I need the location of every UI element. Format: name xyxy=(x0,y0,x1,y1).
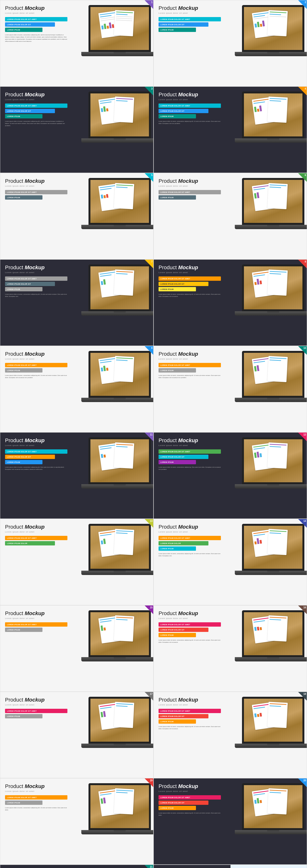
laptop-mockup-6 xyxy=(235,178,307,245)
doc-paper-6b xyxy=(267,183,287,209)
slide-title-4: Product Mockup xyxy=(159,92,221,98)
slide-title-10: Product Mockup xyxy=(159,351,221,357)
slide-title-6: Product Mockup xyxy=(159,178,221,184)
tag-1-3: LOREM IPSUM xyxy=(5,28,42,32)
tag-20-2: LOREM IPSUM DOLOR SIT xyxy=(159,801,208,805)
tag-19-2: LOREM IPSUM xyxy=(5,801,42,805)
slide-9: 9 Product Mockup Lorem ipsum dolor sit a… xyxy=(0,346,154,432)
slide-content-14: Product Mockup Lorem ipsum dolor sit ame… xyxy=(159,524,221,557)
laptop-base-17 xyxy=(81,744,154,748)
tag-16-1: LOREM IPSUM DOLOR SIT AMET xyxy=(159,622,221,627)
laptop-mockup-2 xyxy=(235,5,307,72)
slide-16: 16 Product Mockup Lorem ipsum dolor sit … xyxy=(154,605,307,692)
laptop-base-2 xyxy=(235,52,307,56)
laptop-base-4 xyxy=(235,138,307,143)
slide-title-2: Product Mockup xyxy=(159,5,221,11)
body-text-10: Lorem ipsum dolor sit amet, consectetur … xyxy=(159,374,221,379)
corner-number-20: 20 xyxy=(298,778,307,787)
laptop-screen-7 xyxy=(89,265,151,311)
laptop-screen-14 xyxy=(242,524,304,571)
tag-15-2: LOREM IPSUM xyxy=(5,628,42,632)
laptop-base-10 xyxy=(235,398,307,402)
slide-6: 6 Product Mockup Lorem ipsum dolor sit a… xyxy=(154,173,307,259)
doc-paper-13b xyxy=(114,529,134,555)
body-text-7: Lorem ipsum dolor sit amet, consectetur … xyxy=(5,293,67,298)
screen-inner-12 xyxy=(244,439,302,482)
doc-paper-10b xyxy=(267,356,287,382)
slide-7: 7 Product Mockup Lorem ipsum dolor sit a… xyxy=(0,259,154,346)
laptop-mockup-4 xyxy=(235,92,307,159)
corner-number-12: 12 xyxy=(298,433,307,441)
slide-14: 14 Product Mockup Lorem ipsum dolor sit … xyxy=(154,519,307,605)
tag-12-3: LOREM IPSUM xyxy=(159,460,196,464)
tag-8-3: LOREM IPSUM xyxy=(159,287,196,291)
tag-14-2: LOREM IPSUM DOLOR xyxy=(159,541,208,546)
corner-number-6: 6 xyxy=(298,173,307,182)
laptop-mockup-8 xyxy=(235,265,307,332)
slide-subtitle-16: Lorem ipsum dolor sit amet xyxy=(159,617,221,619)
corner-number-4: 4 xyxy=(298,87,307,95)
slide-10: 10 Product Mockup Lorem ipsum dolor sit … xyxy=(154,346,307,432)
slide-content-3: Product Mockup Lorem ipsum dolor sit ame… xyxy=(5,92,67,127)
tag-11-2: LOREM IPSUM DOLOR SIT xyxy=(5,455,55,459)
slide-19: 19 Product Mockup Lorem ipsum dolor sit … xyxy=(0,778,154,865)
laptop-screen-15 xyxy=(89,610,151,657)
corner-number-3: 3 xyxy=(145,87,153,95)
slide-content-11: Product Mockup Lorem ipsum dolor sit ame… xyxy=(5,437,67,470)
body-text-8: Lorem ipsum dolor sit amet, consectetur … xyxy=(159,293,221,298)
laptop-base-11 xyxy=(81,484,154,489)
doc-paper-14b xyxy=(267,529,287,555)
laptop-base-12 xyxy=(235,484,307,489)
slide-title-13: Product Mockup xyxy=(5,524,67,530)
laptop-mockup-11 xyxy=(81,437,154,505)
laptop-mockup-18 xyxy=(235,697,307,764)
slide-title-1: Product Mockup xyxy=(5,5,67,11)
tag-19-1: LOREM IPSUM DOLOR SIT AMET xyxy=(5,795,67,800)
slide-3: 3 Product Mockup Lorem ipsum dolor sit a… xyxy=(0,87,154,173)
slide-content-18: Product Mockup Lorem ipsum dolor sit ame… xyxy=(159,697,221,730)
slide-subtitle-10: Lorem ipsum dolor sit amet xyxy=(159,358,221,360)
tag-13-2: LOREM IPSUM DOLOR xyxy=(5,541,55,546)
slide-content-10: Product Mockup Lorem ipsum dolor sit ame… xyxy=(159,351,221,379)
laptop-mockup-13 xyxy=(81,524,154,591)
slide-title-7: Product Mockup xyxy=(5,265,67,271)
slide-title-3: Product Mockup xyxy=(5,92,67,98)
corner-number-10: 10 xyxy=(298,346,307,355)
doc-paper-11b xyxy=(114,442,134,469)
laptop-screen-9 xyxy=(89,351,151,398)
slide-content-19: Product Mockup Lorem ipsum dolor sit ame… xyxy=(5,783,67,811)
laptop-mockup-19 xyxy=(81,783,154,850)
slide-subtitle-2: Lorem ipsum dolor sit amet xyxy=(159,12,221,14)
tag-11-3: LOREM IPSUM xyxy=(5,460,42,464)
slide-title-16: Product Mockup xyxy=(159,610,221,617)
slide-title-8: Product Mockup xyxy=(159,265,221,271)
tag-2-1: LOREM IPSUM DOLOR SIT AMET xyxy=(159,17,221,21)
laptop-screen-17 xyxy=(89,697,151,744)
corner-number-18: 18 xyxy=(298,692,307,701)
slide-2: 2 Product Mockup Lorem ipsum dolor sit a… xyxy=(154,0,307,87)
slide-title-12: Product Mockup xyxy=(159,437,221,444)
body-text-11: Lorem ipsum dolor sit amet, consectetur … xyxy=(5,466,67,470)
slide-4: 4 Product Mockup Lorem ipsum dolor sit a… xyxy=(154,87,307,173)
laptop-base-19 xyxy=(81,830,154,834)
laptop-base-6 xyxy=(235,225,307,229)
laptop-screen-19 xyxy=(89,783,151,830)
laptop-screen-3 xyxy=(89,92,151,138)
corner-number-21: 21 xyxy=(145,865,153,868)
slide-subtitle-14: Lorem ipsum dolor sit amet xyxy=(159,531,221,533)
tag-20-3: LOREM IPSUM xyxy=(159,806,196,810)
tag-9-1: LOREM IPSUM DOLOR SIT AMET xyxy=(5,363,67,367)
slide-subtitle-15: Lorem ipsum dolor sit amet xyxy=(5,617,67,619)
tag-7-3: LOREM IPSUM xyxy=(5,287,42,291)
slide-subtitle-3: Lorem ipsum dolor sit amet xyxy=(5,98,67,101)
screen-inner-4 xyxy=(244,93,302,136)
doc-paper-20b xyxy=(267,788,287,814)
laptop-mockup-7 xyxy=(81,265,154,332)
last-slide-dark-left: Product Mockup Lorem ipsum dolor sit ame… xyxy=(154,865,231,868)
slide-17: 17 Product Mockup Lorem ipsum dolor sit … xyxy=(0,692,154,778)
doc-paper-12b xyxy=(267,442,287,469)
screen-inner-3 xyxy=(91,93,149,136)
doc-paper-2b xyxy=(267,10,287,36)
laptop-mockup-1 xyxy=(81,5,154,72)
slide-content-13: Product Mockup Lorem ipsum dolor sit ame… xyxy=(5,524,67,547)
